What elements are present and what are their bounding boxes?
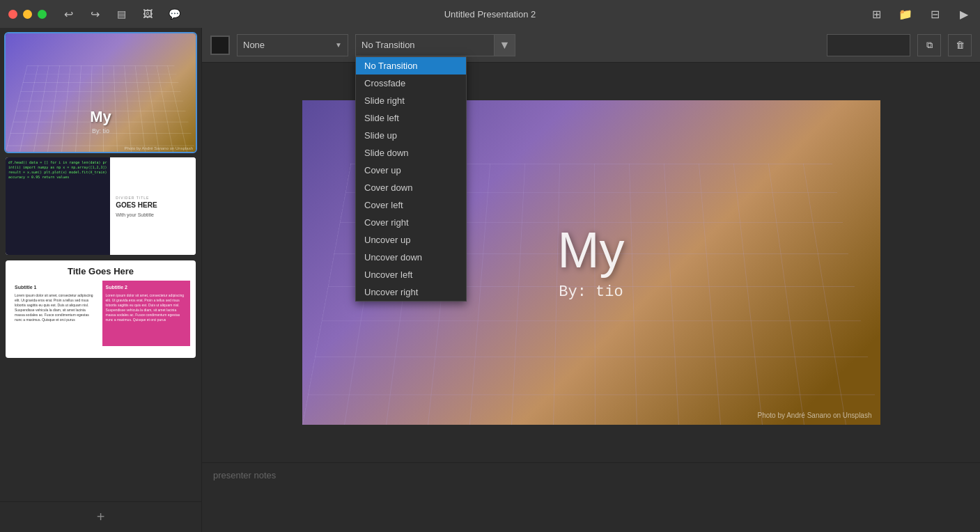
slides-list: My By: tio Photo by André Sanano on Unsp… [0, 28, 201, 501]
content-area: None ▼ No Transition ▼ No Transition Cro… [202, 28, 980, 532]
copy-slide-button[interactable]: ⧉ [917, 34, 941, 56]
table-icon[interactable]: ⊞ [869, 8, 884, 21]
transition-dropdown-wrapper: No Transition ▼ [355, 34, 515, 56]
transition-arrow-icon: ▼ [499, 39, 511, 52]
slide-thumb-3[interactable]: Title Goes Here Subtitle 1 Lorem ipsum d… [6, 260, 196, 358]
toolbar-icons: ↩ ↪ ▤ 🖼 💬 [61, 8, 182, 21]
titlebar: ↩ ↪ ▤ 🖼 💬 Untitled Presentation 2 ⊞ 📁 ⊟ … [0, 0, 980, 28]
transition-option-uncover-up[interactable]: Uncover up [356, 231, 466, 249]
slide3-title: Title Goes Here [11, 266, 190, 276]
minimize-button[interactable] [23, 10, 32, 19]
slide2-main-title: GOES HERE [116, 201, 190, 210]
none-dropdown[interactable]: None ▼ [237, 34, 348, 56]
transition-dropdown-container: No Transition ▼ No Transition Crossfade … [355, 34, 515, 56]
slide1-credit: Photo by André Sanano on Unsplash [125, 146, 193, 150]
transition-option-cover-right[interactable]: Cover right [356, 214, 466, 231]
transition-dropdown-arrow-btn[interactable]: ▼ [495, 34, 515, 56]
add-slide-button[interactable]: + [0, 501, 201, 532]
app-title: Untitled Presentation 2 [444, 9, 536, 19]
transition-option-slide-down[interactable]: Slide down [356, 144, 466, 162]
color-swatch[interactable] [210, 36, 230, 55]
slide-thumb-1[interactable]: My By: tio Photo by André Sanano on Unsp… [6, 33, 196, 152]
transition-dropdown-menu: No Transition Crossfade Slide right Slid… [355, 56, 467, 302]
slide2-code-bg: df.head() data = [] for i in range len(d… [6, 157, 110, 255]
transition-option-no-transition[interactable]: No Transition [356, 57, 466, 75]
transition-option-crossfade[interactable]: Crossfade [356, 75, 466, 92]
main-slide-title: My [558, 225, 625, 275]
main-slide-subtitle: By: tio [558, 283, 625, 301]
maximize-button[interactable] [38, 10, 47, 19]
folder-icon[interactable]: 📁 [898, 8, 913, 21]
close-button[interactable] [8, 10, 17, 19]
comment-icon[interactable]: 💬 [166, 8, 182, 19]
slide1-subtitle: By: tio [6, 127, 196, 134]
main-slide-content: My By: tio [558, 225, 625, 301]
slides-icon[interactable]: ▤ [114, 8, 129, 19]
none-dropdown-arrow: ▼ [335, 41, 342, 49]
slide3-col2: Subtitle 2 Lorem ipsum dolor sit amet, c… [102, 281, 191, 346]
slide3-col1: Subtitle 1 Lorem ipsum dolor sit amet, c… [11, 281, 100, 346]
delete-slide-button[interactable]: 🗑 [948, 34, 972, 56]
slide2-label: DIVIDER TITLE [116, 196, 190, 200]
duration-input[interactable] [827, 34, 910, 56]
none-dropdown-label: None [243, 40, 265, 50]
window-controls [8, 10, 47, 19]
redo-button[interactable]: ↪ [87, 8, 102, 21]
transition-option-cover-up[interactable]: Cover up [356, 162, 466, 179]
slide-thumb-2[interactable]: df.head() data = [] for i in range len(d… [6, 157, 196, 255]
transition-option-cover-down[interactable]: Cover down [356, 179, 466, 196]
transition-option-cover-left[interactable]: Cover left [356, 196, 466, 214]
presenter-notes-placeholder: presenter notes [213, 470, 276, 480]
transition-option-slide-right[interactable]: Slide right [356, 92, 466, 109]
image-icon[interactable]: 🖼 [140, 8, 155, 19]
slide-toolbar: None ▼ No Transition ▼ No Transition Cro… [202, 28, 980, 63]
transition-option-slide-left[interactable]: Slide left [356, 109, 466, 127]
slide2-subtitle: With your Subtitle [116, 212, 190, 217]
toolbar-right: ⧉ 🗑 [827, 34, 972, 56]
grid-icon[interactable]: ⊟ [927, 8, 942, 21]
right-toolbar-icons: ⊞ 📁 ⊟ ▶ [869, 8, 972, 21]
slide1-title: My [6, 108, 196, 126]
undo-button[interactable]: ↩ [61, 8, 76, 21]
transition-option-uncover-down[interactable]: Uncover down [356, 249, 466, 266]
sidebar: My By: tio Photo by André Sanano on Unsp… [0, 28, 202, 532]
slide-view: My By: tio Photo by André Sanano on Unsp… [202, 63, 980, 462]
transition-option-uncover-left[interactable]: Uncover left [356, 266, 466, 283]
transition-dropdown[interactable]: No Transition [355, 34, 495, 56]
presenter-notes[interactable]: presenter notes [202, 462, 980, 532]
transition-dropdown-label: No Transition [361, 40, 415, 50]
main-layout: My By: tio Photo by André Sanano on Unsp… [0, 28, 980, 532]
transition-option-slide-up[interactable]: Slide up [356, 127, 466, 144]
play-button[interactable]: ▶ [956, 8, 972, 21]
main-slide-credit: Photo by André Sanano on Unsplash [757, 412, 871, 419]
transition-option-uncover-right[interactable]: Uncover right [356, 283, 466, 301]
